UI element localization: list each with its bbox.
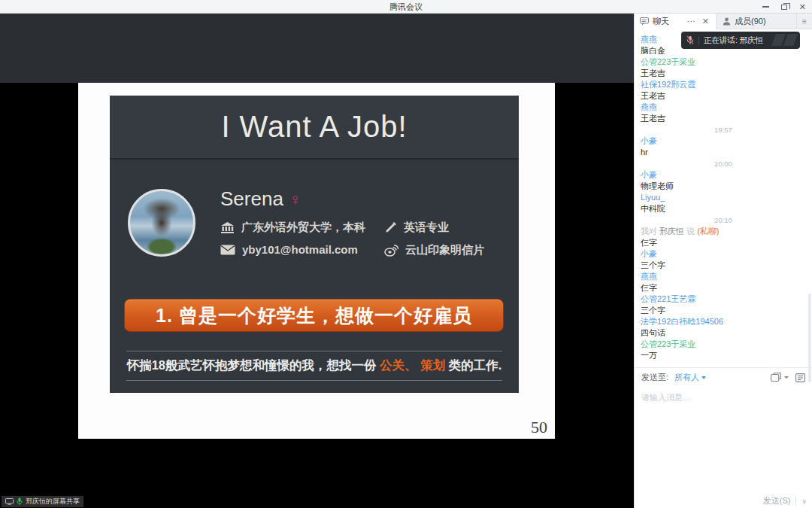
- chat-sender-name: 小豪: [641, 248, 806, 260]
- close-icon: ✕: [799, 3, 806, 11]
- send-button[interactable]: 发送(S): [763, 495, 791, 506]
- speaking-toast-text: 正在讲话: 邢庆恒: [704, 35, 763, 46]
- member-icon: [723, 17, 731, 26]
- chat-sender-name: 小豪: [641, 135, 806, 147]
- send-to-value: 所有人: [674, 372, 699, 383]
- send-divider: [795, 496, 796, 506]
- private-header-part: 邢庆恒: [657, 227, 684, 236]
- chat-timestamp: 20:10: [641, 214, 806, 226]
- education-row: 广东外语外贸大学，本科: [220, 221, 365, 235]
- chevron-down-icon: [701, 376, 706, 379]
- slide-title-block: I Want A Job!: [110, 96, 519, 160]
- send-bar-icons: [771, 373, 805, 382]
- statement-highlight-2: 策划: [417, 358, 446, 372]
- window-titlebar: 腾讯会议 ✕: [0, 0, 812, 14]
- minimize-button[interactable]: [762, 6, 769, 8]
- chat-message-text: 三个字: [641, 260, 806, 271]
- private-tag: (私聊): [695, 227, 719, 236]
- send-bar: 发送至: 所有人: [635, 367, 812, 387]
- send-options-button[interactable]: ∨: [801, 497, 807, 505]
- chat-message-list: 燕燕脑白金公管223于采业王老吉社保192邢云霞王老吉燕燕王老吉19:57小豪h…: [635, 29, 812, 375]
- tab-chat[interactable]: 聊天 ⋯ ✕: [635, 14, 716, 29]
- message-input[interactable]: 请输入消息...: [641, 392, 805, 403]
- chat-panel-header: 聊天 ⋯ ✕ 成员(90) ≡: [635, 14, 812, 29]
- chat-sender-name: 公管223于采业: [641, 339, 806, 350]
- screen-share-indicator[interactable]: 邢庆恒的屏幕共享: [2, 496, 83, 507]
- close-button[interactable]: ✕: [799, 3, 806, 11]
- chevron-down-icon[interactable]: [784, 376, 789, 379]
- restore-icon: [781, 5, 787, 10]
- chat-message-text: 仨字: [641, 282, 806, 294]
- screen-share-label: 邢庆恒的屏幕共享: [26, 497, 80, 506]
- microphone-muted-icon: [686, 35, 694, 45]
- chat-timestamp: 20:00: [641, 158, 806, 169]
- statement-pre: 怀揣18般武艺怀抱梦想和憧憬的我，想找一份: [127, 358, 380, 372]
- chat-sender-name: 小豪: [641, 169, 806, 181]
- chat-sender-name: 公管223于采业: [641, 56, 806, 68]
- email-row: yby101@hotmail.com: [220, 243, 358, 256]
- chat-message-text: 四句话: [641, 327, 806, 339]
- slide: I Want A Job! Serena ♀: [110, 96, 519, 393]
- email-text: yby101@hotmail.com: [242, 243, 358, 256]
- chat-timestamp: 19:57: [641, 124, 806, 135]
- slide-page-number: 50: [531, 418, 547, 437]
- chat-sender-name: 法学192白祎晗194506: [641, 316, 806, 327]
- minimize-icon: [762, 6, 769, 8]
- weibo-icon: [384, 245, 398, 257]
- chat-message-text: 仨字: [641, 237, 806, 248]
- chat-message-text: 物理老师: [641, 181, 806, 192]
- send-to-dropdown[interactable]: 所有人: [674, 372, 706, 383]
- profile-photo: [128, 189, 195, 257]
- profile-name-row: Serena ♀: [220, 187, 301, 211]
- chat-message-text: 王老吉: [641, 113, 806, 124]
- send-button-group: 发送(S) ∨: [763, 495, 807, 506]
- chat-message-text: 一万: [641, 350, 806, 361]
- send-to-label: 发送至:: [641, 372, 668, 383]
- chat-close-button[interactable]: ✕: [701, 17, 710, 26]
- private-header-part: 我对: [641, 227, 657, 236]
- chat-sender-name: 燕燕: [641, 102, 806, 113]
- chat-more-button[interactable]: ⋯: [686, 17, 697, 26]
- microphone-active-icon: [17, 497, 23, 506]
- statement-post: 类的工作.: [445, 358, 501, 372]
- app-window: 腾讯会议 ✕ I Want A Job! Serena ♀: [0, 0, 812, 508]
- slide-title: I Want A Job!: [221, 110, 407, 144]
- restore-button[interactable]: [781, 5, 787, 10]
- pen-icon: [384, 221, 397, 234]
- chat-sender-name: 公管221王艺霖: [641, 294, 806, 305]
- tab-members[interactable]: 成员(90): [716, 14, 796, 29]
- tab-members-label: 成员(90): [735, 16, 766, 27]
- envelope-icon: [220, 245, 235, 255]
- statement-highlight-1: 公关、: [380, 358, 417, 372]
- image-attach-button[interactable]: [771, 373, 781, 382]
- window-title: 腾讯会议: [0, 0, 812, 14]
- hamburger-icon: ≡: [802, 17, 807, 26]
- major-text: 英语专业: [404, 221, 449, 235]
- screen-share-view: I Want A Job! Serena ♀: [0, 14, 634, 508]
- chat-message-text: hr: [641, 147, 806, 158]
- separator-line-bottom: [126, 380, 502, 381]
- chat-scrollbar[interactable]: [808, 294, 811, 382]
- private-message-header: 我对 邢庆恒 说 (私聊): [641, 226, 806, 237]
- chevron-shape: [783, 34, 798, 46]
- slide-statement: 怀揣18般武艺怀抱梦想和憧憬的我，想找一份 公关、 策划 类的工作.: [110, 357, 519, 374]
- chat-message-text: 王老吉: [641, 68, 806, 79]
- weibo-row: 云山印象明信片: [384, 243, 484, 257]
- separator-line-top: [126, 351, 502, 351]
- chat-history-button[interactable]: [795, 373, 805, 382]
- university-icon: [220, 221, 235, 234]
- chat-message-text: 中科院: [641, 203, 806, 214]
- chat-message-text: 三个字: [641, 305, 806, 316]
- panel-menu-button[interactable]: ≡: [796, 14, 812, 29]
- chat-panel: 聊天 ⋯ ✕ 成员(90) ≡ 燕燕脑白金公管223于采业王老吉社保192邢云霞…: [634, 14, 812, 508]
- toast-decoration: [771, 34, 795, 46]
- chat-bubble-icon: [640, 17, 649, 26]
- education-text: 广东外语外贸大学，本科: [241, 221, 365, 235]
- tab-chat-label: 聊天: [653, 16, 669, 27]
- toast-divider: [698, 36, 699, 45]
- speaking-toast: 正在讲话: 邢庆恒: [681, 32, 800, 49]
- window-controls: ✕: [762, 0, 806, 14]
- private-header-part: 说: [684, 227, 695, 236]
- major-row: 英语专业: [384, 221, 449, 235]
- slide-canvas: I Want A Job! Serena ♀: [78, 83, 555, 439]
